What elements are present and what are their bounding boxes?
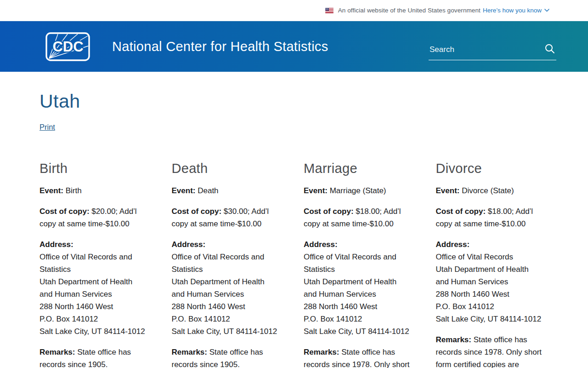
remarks-row: Remarks: State office hasrecords since 1…	[40, 346, 161, 368]
address-row: Address:Office of Vital Records andStati…	[40, 238, 161, 338]
cost-row: Cost of copy: $18.00; Add’lcopy at same …	[436, 205, 557, 230]
main-content: Utah Print Birth Event: Birth Cost of co…	[0, 72, 588, 368]
search-icon	[544, 43, 555, 56]
event-label: Event:	[40, 186, 63, 195]
address-row: Address:Office of Vital RecordsUtah Depa…	[436, 238, 557, 325]
cost-label: Cost of copy:	[40, 207, 90, 216]
remarks-row: Remarks: State office hasrecords since 1…	[304, 346, 425, 368]
address-row: Address:Office of Vital Records andStati…	[172, 238, 293, 338]
address-row: Address:Office of Vital Records andStati…	[304, 238, 425, 338]
event-value: Marriage (State)	[330, 186, 386, 195]
event-row: Event: Divorce (State)	[436, 184, 557, 197]
official-website-text: An official website of the United States…	[338, 7, 481, 14]
us-flag-icon	[325, 8, 334, 13]
address-value: Office of Vital RecordsUtah Department o…	[436, 253, 542, 323]
site-title: National Center for Health Statistics	[112, 39, 328, 54]
svg-text:CDC: CDC	[52, 39, 83, 55]
event-row: Event: Marriage (State)	[304, 184, 425, 197]
record-heading: Marriage	[304, 161, 425, 176]
event-label: Event:	[436, 186, 460, 195]
search-bar	[429, 43, 556, 60]
event-label: Event:	[172, 186, 196, 195]
heres-how-you-know-link[interactable]: Here’s how you know	[483, 7, 549, 14]
print-link[interactable]: Print	[40, 123, 55, 132]
search-button[interactable]	[541, 43, 556, 56]
cost-row: Cost of copy: $30.00; Add’lcopy at same …	[172, 205, 293, 230]
event-value: Death	[198, 186, 218, 195]
remarks-label: Remarks:	[304, 348, 339, 356]
remarks-label: Remarks:	[40, 348, 75, 356]
remarks-label: Remarks:	[436, 335, 472, 344]
cost-label: Cost of copy:	[304, 207, 354, 216]
address-value: Office of Vital Records andStatisticsUta…	[304, 253, 409, 336]
cost-label: Cost of copy:	[436, 207, 486, 216]
address-label: Address:	[172, 240, 206, 249]
search-input[interactable]	[429, 43, 541, 56]
record-heading: Death	[172, 161, 293, 176]
record-heading: Divorce	[436, 161, 557, 176]
record-column-death: Death Event: Death Cost of copy: $30.00;…	[172, 161, 293, 368]
remarks-label: Remarks:	[172, 348, 208, 356]
remarks-row: Remarks: State office hasrecords since 1…	[436, 334, 557, 368]
heres-how-you-know-label: Here’s how you know	[483, 7, 542, 14]
event-row: Event: Birth	[40, 184, 161, 197]
cost-label: Cost of copy:	[172, 207, 222, 216]
gov-banner: An official website of the United States…	[0, 0, 588, 21]
event-value: Divorce (State)	[462, 186, 514, 195]
record-column-birth: Birth Event: Birth Cost of copy: $20.00;…	[40, 161, 161, 368]
site-header: CDC National Center for Health Statistic…	[0, 21, 588, 72]
cdc-logo-icon[interactable]: CDC	[45, 32, 90, 61]
address-label: Address:	[304, 240, 338, 249]
record-column-divorce: Divorce Event: Divorce (State) Cost of c…	[436, 161, 557, 368]
address-label: Address:	[436, 240, 470, 249]
address-label: Address:	[40, 240, 74, 249]
record-column-marriage: Marriage Event: Marriage (State) Cost of…	[304, 161, 425, 368]
event-label: Event:	[304, 186, 328, 195]
event-row: Event: Death	[172, 184, 293, 197]
page-title: Utah	[40, 91, 557, 112]
address-value: Office of Vital Records andStatisticsUta…	[40, 253, 145, 336]
cost-row: Cost of copy: $20.00; Add’lcopy at same …	[40, 205, 161, 230]
record-heading: Birth	[40, 161, 161, 176]
cost-row: Cost of copy: $18.00; Add’lcopy at same …	[304, 205, 425, 230]
event-value: Birth	[66, 186, 82, 195]
remarks-row: Remarks: State office hasrecords since 1…	[172, 346, 293, 368]
records-grid: Birth Event: Birth Cost of copy: $20.00;…	[40, 161, 557, 368]
chevron-down-icon	[544, 9, 549, 12]
address-value: Office of Vital Records andStatisticsUta…	[172, 253, 277, 336]
